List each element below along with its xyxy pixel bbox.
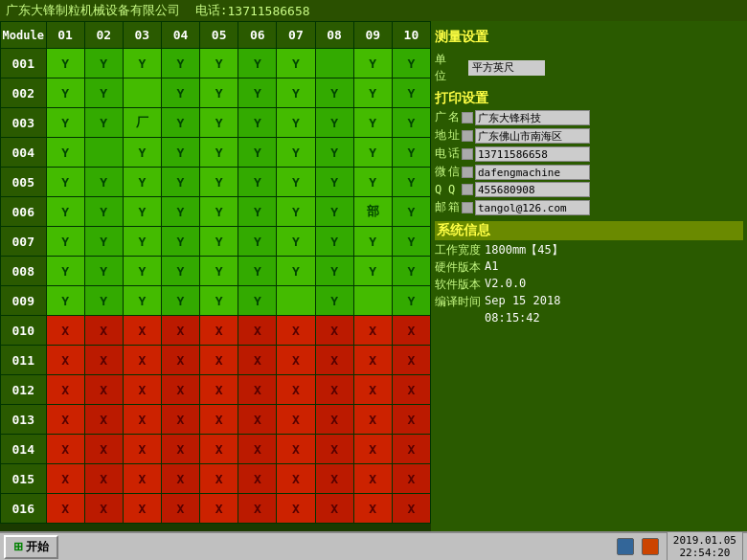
unit-value[interactable]: 平方英尺 [468,60,545,76]
cell: Y [123,138,161,168]
cell: Y [200,108,238,138]
cell: 部 [353,197,392,227]
cell: Y [277,108,315,138]
taskbar-right: 2019.01.05 22:54:20 [617,531,743,560]
cell: Y [277,168,315,197]
cell: Y [200,168,238,197]
cell: Y [161,197,199,227]
print-field-sublabel: 址 [448,127,462,144]
cell: Y [277,138,315,168]
cell: X [315,405,353,435]
module-table: Module01020304050607080910 001YYYYYYYYY0… [0,21,431,524]
cell: X [277,435,315,464]
sys-title: 系统信息 [435,221,743,240]
cell: X [392,316,430,346]
cell: Y [315,197,353,227]
print-field-row: 微信 dafengmachine [435,164,743,180]
cell: Y [161,78,199,108]
print-checkbox[interactable] [462,148,473,160]
print-checkbox[interactable] [462,184,473,195]
cell: X [353,316,392,346]
cell: Y [123,197,161,227]
col-04: 04 [161,22,199,49]
cell: X [392,464,430,494]
cell: X [315,435,353,464]
cell: X [123,316,161,346]
cell: X [353,464,392,494]
table-row: 004YYYYYYYYY [1,138,431,168]
cell: Y [123,168,161,197]
cell: Y [277,49,315,78]
cell: Y [123,49,161,78]
print-field-label: 微 [435,164,448,180]
table-row: 005YYYYYYYYYY [1,168,431,197]
cell: X [161,346,199,375]
row-id: 016 [1,494,47,524]
cell: X [277,464,315,494]
start-button[interactable]: ⊞ 开始 [4,535,58,559]
print-field-row: 电话 13711586658 [435,146,743,162]
print-field-value[interactable]: tangol@126.com [475,200,590,215]
row-id: 011 [1,346,47,375]
print-checkbox[interactable] [462,167,473,178]
print-checkbox[interactable] [462,202,473,213]
cell: X [238,375,277,405]
col-02: 02 [84,22,123,49]
cell: X [200,464,238,494]
cell: Y [353,78,392,108]
cell: X [46,346,84,375]
cell: X [315,464,353,494]
cell: Y [46,227,84,257]
print-field-value[interactable]: 455680908 [475,182,590,197]
taskbar: ⊞ 开始 2019.01.05 22:54:20 [0,531,747,560]
cell: Y [392,286,430,316]
cell: X [200,375,238,405]
cell: Y [392,257,430,286]
cell: Y [238,197,277,227]
cell: X [200,316,238,346]
print-field-label: 广 [435,109,448,125]
cell: Y [161,138,199,168]
print-field-row: 地址 广东佛山市南海区 [435,127,743,144]
cell: X [200,346,238,375]
cell: X [123,346,161,375]
cell: X [200,494,238,524]
cell: X [277,494,315,524]
print-title: 打印设置 [435,90,743,107]
cell: Y [200,138,238,168]
cell: X [392,435,430,464]
col-10: 10 [392,22,430,49]
cell: X [161,464,199,494]
print-field-value[interactable]: 广东大锋科技 [475,110,590,125]
cell: X [315,316,353,346]
cell: X [392,346,430,375]
tray-icon-1 [617,538,634,555]
print-fields: 广名 广东大锋科技地址 广东佛山市南海区电话 13711586658微信 daf… [435,109,743,215]
cell: Y [161,227,199,257]
cell: X [392,494,430,524]
right-panel: 测量设置 单 位 平方英尺 打印设置 广名 广东大锋科技地址 广东佛山市南海区电… [431,21,747,531]
start-icon: ⊞ [13,540,23,553]
print-checkbox[interactable] [462,130,473,142]
table-row: 012XXXXXXXXXX [1,375,431,405]
print-field-sublabel: 箱 [448,199,462,215]
measurement-section: 测量设置 [435,25,743,48]
cell: X [392,375,430,405]
sys-value: 1800mm【45】 [485,242,563,258]
print-field-value[interactable]: 广东佛山市南海区 [475,128,590,144]
cell: Y [315,257,353,286]
cell: Y [84,286,123,316]
cell: X [123,375,161,405]
table-row: 003YY厂YYYYYYY [1,108,431,138]
cell: Y [353,257,392,286]
cell: Y [315,138,353,168]
print-field-value[interactable]: 13711586658 [475,146,590,162]
cell: X [353,405,392,435]
cell: Y [238,227,277,257]
cell [123,78,161,108]
sys-info-row: 08:15:42 [435,311,743,325]
cell: Y [200,286,238,316]
cell: Y [315,78,353,108]
print-field-value[interactable]: dafengmachine [475,165,590,180]
print-checkbox[interactable] [462,112,473,123]
